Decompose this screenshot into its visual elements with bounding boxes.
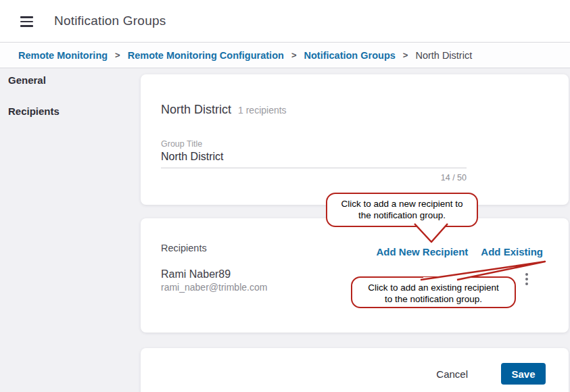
recipient-email: rami_naber@trimble.com <box>161 282 267 293</box>
recipients-section-label: Recipients <box>161 243 207 253</box>
sidebar-item-general[interactable]: General <box>8 74 46 86</box>
page-title: Notification Groups <box>54 14 166 28</box>
menu-icon[interactable] <box>20 16 33 27</box>
breadcrumb-separator: > <box>115 50 120 60</box>
recipients-card: Recipients Add New Recipient Add Existin… <box>141 218 569 333</box>
callout-add-existing: Click to add an existing recipient to th… <box>351 276 516 308</box>
recipient-name: Rami Naber89 <box>161 268 231 280</box>
more-options-icon[interactable] <box>524 272 529 287</box>
sidebar-item-recipients[interactable]: Recipients <box>8 105 60 117</box>
group-name-heading: North District <box>161 103 231 117</box>
callout-text-line: the notification group. <box>327 210 477 221</box>
breadcrumb-notification-groups[interactable]: Notification Groups <box>304 50 395 61</box>
breadcrumb-remote-monitoring-configuration[interactable]: Remote Monitoring Configuration <box>128 50 284 61</box>
breadcrumb-remote-monitoring[interactable]: Remote Monitoring <box>18 50 108 61</box>
app-header: Notification Groups <box>0 0 570 43</box>
add-existing-link[interactable]: Add Existing <box>481 246 543 258</box>
breadcrumb-separator: > <box>403 50 408 60</box>
breadcrumb-current-north-district: North District <box>415 50 472 61</box>
callout-text-line: Click to add an existing recipient <box>352 282 515 293</box>
breadcrumb: Remote Monitoring > Remote Monitoring Co… <box>0 43 570 68</box>
recipient-actions: Add New Recipient Add Existing <box>376 246 543 258</box>
callout-text-line: Click to add a new recipient to <box>327 198 477 210</box>
recipient-count-label: 1 recipients <box>238 105 287 116</box>
callout-add-new-recipient: Click to add a new recipient to the noti… <box>326 193 478 227</box>
breadcrumb-separator: > <box>291 50 297 60</box>
footer-action-bar: Cancel Save <box>141 348 569 392</box>
general-card: North District 1 recipients Group Title … <box>141 74 569 205</box>
callout-text-line: to the notification group. <box>352 293 515 305</box>
group-heading-row: North District 1 recipients <box>161 103 287 117</box>
group-title-label: Group Title <box>161 139 202 149</box>
character-counter: 14 / 50 <box>161 173 467 182</box>
cancel-button[interactable]: Cancel <box>432 368 472 381</box>
group-title-input[interactable] <box>161 150 467 168</box>
save-button[interactable]: Save <box>501 363 546 385</box>
add-new-recipient-link[interactable]: Add New Recipient <box>376 246 468 258</box>
